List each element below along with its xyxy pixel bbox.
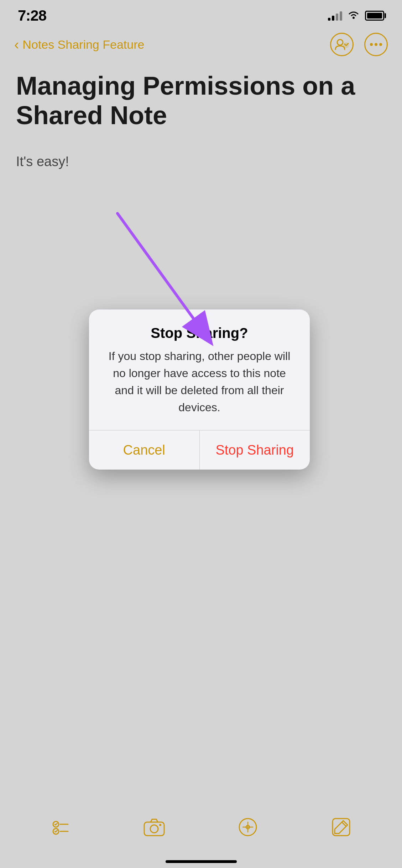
- main-content: Managing Permissions on a Shared Note It…: [0, 60, 402, 182]
- nav-actions: [330, 33, 388, 56]
- draw-toolbar-button[interactable]: [234, 813, 262, 841]
- svg-point-0: [353, 17, 355, 19]
- back-chevron-icon: ‹: [14, 37, 19, 52]
- svg-point-3: [370, 43, 373, 46]
- signal-bars-icon: [328, 11, 342, 21]
- status-time: 7:28: [18, 7, 46, 24]
- svg-point-13: [150, 825, 158, 833]
- back-button[interactable]: ‹ Notes Sharing Feature: [14, 37, 144, 52]
- battery-icon: [365, 11, 384, 21]
- svg-point-4: [375, 43, 377, 46]
- svg-point-14: [159, 824, 161, 826]
- page-title: Managing Permissions on a Shared Note: [16, 71, 386, 130]
- stop-sharing-button[interactable]: Stop Sharing: [200, 430, 310, 470]
- dialog-buttons: Cancel Stop Sharing: [89, 430, 310, 470]
- dialog-message: If you stop sharing, other people will n…: [103, 348, 296, 416]
- nav-bar: ‹ Notes Sharing Feature: [0, 28, 402, 60]
- compose-toolbar-button[interactable]: [327, 813, 355, 841]
- more-options-button[interactable]: [364, 33, 388, 56]
- cancel-button[interactable]: Cancel: [89, 430, 200, 470]
- nav-back-label: Notes Sharing Feature: [22, 38, 144, 52]
- collaborators-button[interactable]: [330, 33, 354, 56]
- wifi-icon: [347, 10, 360, 22]
- camera-toolbar-button[interactable]: [140, 813, 168, 841]
- page-body-text: It's easy!: [16, 152, 386, 172]
- dialog-content: Stop Sharing? If you stop sharing, other…: [89, 309, 310, 416]
- home-indicator: [166, 860, 237, 863]
- status-icons: [328, 10, 384, 22]
- bottom-toolbar: [0, 808, 402, 847]
- svg-point-5: [379, 43, 382, 46]
- status-bar: 7:28: [0, 0, 402, 28]
- svg-point-1: [337, 39, 343, 45]
- checklist-toolbar-button[interactable]: [47, 813, 75, 841]
- stop-sharing-dialog: Stop Sharing? If you stop sharing, other…: [89, 309, 310, 470]
- dialog-title: Stop Sharing?: [103, 325, 296, 341]
- svg-rect-12: [144, 822, 164, 836]
